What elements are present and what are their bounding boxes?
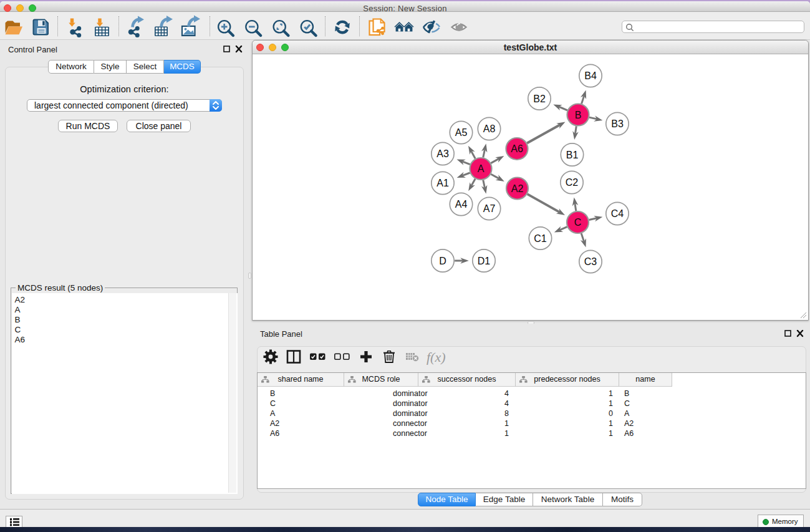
svg-text:B4: B4 [584, 70, 597, 81]
svg-text:C1: C1 [534, 233, 547, 243]
svg-text:C3: C3 [584, 256, 597, 267]
svg-text:A5: A5 [455, 127, 468, 138]
svg-text:A3: A3 [436, 148, 449, 159]
svg-text:C2: C2 [566, 177, 579, 188]
svg-text:C4: C4 [611, 208, 624, 219]
svg-text:A4: A4 [455, 199, 468, 210]
svg-text:D: D [439, 255, 446, 266]
svg-text:B2: B2 [533, 93, 546, 104]
svg-text:A2: A2 [511, 183, 524, 193]
svg-text:A1: A1 [436, 178, 449, 188]
svg-text:C: C [574, 217, 582, 228]
svg-text:f(x): f(x) [427, 349, 446, 365]
svg-text:A8: A8 [483, 123, 496, 134]
svg-text:A: A [478, 163, 485, 174]
svg-text:B1: B1 [566, 149, 579, 160]
svg-text:D1: D1 [478, 255, 491, 266]
svg-text:A6: A6 [511, 143, 523, 154]
svg-text:B3: B3 [611, 118, 624, 129]
svg-text:A7: A7 [483, 203, 496, 214]
svg-text:B: B [575, 109, 582, 120]
